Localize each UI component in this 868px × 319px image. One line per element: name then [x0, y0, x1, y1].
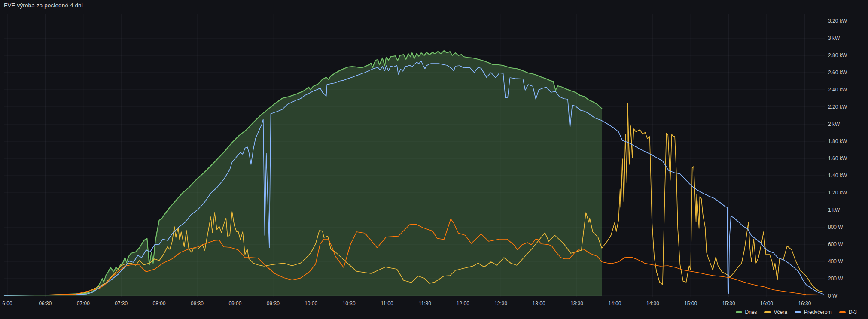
y-tick-label: 600 W [828, 241, 843, 247]
grafana-panel: FVE výroba za posledné 4 dni 6:0006:3007… [0, 0, 868, 319]
x-tick-label: 11:00 [381, 301, 393, 307]
legend-item-vcera[interactable]: Včera [764, 310, 787, 315]
y-tick-label: 2 kW [828, 121, 840, 127]
x-tick-label: 07:30 [115, 301, 128, 307]
x-tick-label: 15:30 [722, 301, 735, 307]
x-tick-label: 08:30 [191, 301, 204, 307]
legend-item-d3[interactable]: D-3 [839, 310, 857, 315]
x-tick-label: 12:00 [457, 301, 469, 307]
x-tick-label: 16:00 [760, 301, 773, 307]
legend: Dnes Včera Predvčerom D-3 [736, 310, 857, 315]
y-tick-label: 800 W [828, 224, 843, 230]
y-tick-label: 3 kW [828, 35, 840, 41]
y-tick-label: 200 W [828, 276, 843, 282]
x-tick-label: 08:00 [153, 301, 166, 307]
series-color-swatch [839, 311, 846, 313]
y-tick-label: 2.20 kW [828, 104, 847, 110]
series-fill-0 [4, 51, 602, 296]
legend-label: Predvčerom [804, 310, 832, 315]
y-tick-label: 1.40 kW [828, 173, 847, 179]
legend-label: Dnes [745, 310, 757, 315]
x-tick-label: 15:00 [684, 301, 697, 307]
x-tick-label: 6:00 [2, 301, 12, 307]
y-tick-label: 400 W [828, 258, 843, 264]
time-series-plot[interactable]: 6:0006:3007:0007:3008:0008:3009:0009:301… [0, 0, 868, 319]
legend-item-predvcerom[interactable]: Predvčerom [795, 310, 832, 315]
chart-canvas[interactable] [0, 0, 868, 319]
x-tick-label: 16:30 [798, 301, 811, 307]
x-tick-label: 13:30 [570, 301, 583, 307]
x-tick-label: 10:30 [343, 301, 356, 307]
y-tick-label: 0 W [828, 293, 837, 299]
y-tick-label: 3.20 kW [828, 18, 847, 24]
x-tick-label: 12:30 [494, 301, 507, 307]
y-tick-label: 2.80 kW [828, 52, 847, 58]
y-tick-label: 1.20 kW [828, 190, 847, 196]
x-tick-label: 09:00 [228, 301, 241, 307]
y-tick-label: 1.80 kW [828, 138, 847, 144]
series-color-swatch [736, 311, 742, 313]
x-tick-label: 10:00 [305, 301, 317, 307]
x-tick-label: 07:00 [77, 301, 90, 307]
legend-item-dnes[interactable]: Dnes [736, 310, 757, 315]
x-tick-label: 14:30 [646, 301, 659, 307]
series-color-swatch [795, 311, 801, 313]
x-tick-label: 06:30 [39, 301, 52, 307]
x-tick-label: 14:00 [608, 301, 621, 307]
legend-label: D-3 [849, 310, 857, 315]
y-tick-label: 2.40 kW [828, 87, 847, 93]
y-tick-label: 1.60 kW [828, 155, 847, 161]
series-color-swatch [764, 311, 771, 313]
x-tick-label: 11:30 [419, 301, 431, 307]
y-tick-label: 1 kW [828, 207, 840, 213]
x-tick-label: 09:30 [267, 301, 280, 307]
x-tick-label: 13:00 [533, 301, 545, 307]
y-tick-label: 2.60 kW [828, 70, 847, 76]
legend-label: Včera [774, 310, 787, 315]
